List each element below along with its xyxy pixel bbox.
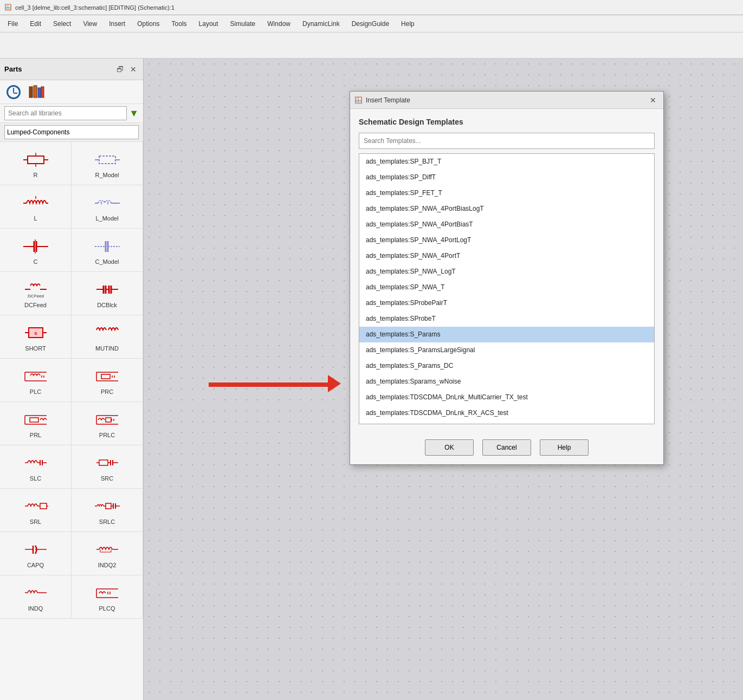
c-model-symbol bbox=[94, 236, 121, 257]
svg-rect-1 bbox=[34, 86, 37, 98]
help-button[interactable]: Help bbox=[540, 439, 589, 456]
template-item-5[interactable]: ads_templates:SP_NWA_4PortLogT bbox=[359, 232, 654, 248]
component-r-model[interactable]: R_Model bbox=[72, 142, 143, 185]
parts-close-btn[interactable]: ✕ bbox=[128, 64, 139, 75]
menu-bar: FileEditSelectViewInsertOptionsToolsLayo… bbox=[0, 15, 743, 33]
parts-history-btn[interactable] bbox=[4, 83, 23, 101]
template-item-3[interactable]: ads_templates:SP_NWA_4PortBiasLogT bbox=[359, 201, 654, 217]
template-item-14[interactable]: ads_templates:Sparams_wNoise bbox=[359, 374, 654, 390]
menu-item-tools[interactable]: Tools bbox=[166, 18, 192, 30]
component-short[interactable]: S SHORT bbox=[0, 315, 72, 359]
component-prlc[interactable]: PRLC bbox=[72, 402, 143, 445]
template-item-11[interactable]: ads_templates:S_Params bbox=[359, 327, 654, 342]
srlc-symbol bbox=[94, 496, 121, 517]
srlc-label: SRLC bbox=[99, 518, 115, 525]
menu-item-window[interactable]: Window bbox=[262, 18, 296, 30]
template-item-15[interactable]: ads_templates:TDSCDMA_DnLnk_MultiCarrier… bbox=[359, 390, 654, 405]
menu-item-view[interactable]: View bbox=[77, 18, 102, 30]
component-dcfeed[interactable]: DCFeed DCFeed bbox=[0, 272, 72, 315]
dcfeed-symbol: DCFeed bbox=[22, 279, 49, 301]
template-list[interactable]: ads_templates:SP_BJT_Tads_templates:SP_D… bbox=[359, 153, 655, 424]
dialog-title: Insert Template bbox=[366, 96, 410, 104]
component-dcblock[interactable]: DCBlck bbox=[72, 272, 143, 315]
library-dropdown[interactable]: Lumped-Components bbox=[4, 125, 139, 139]
component-plc[interactable]: PLC bbox=[0, 359, 72, 402]
template-item-6[interactable]: ads_templates:SP_NWA_4PortT bbox=[359, 248, 654, 264]
menu-item-layout[interactable]: Layout bbox=[193, 18, 224, 30]
component-srlc[interactable]: SRLC bbox=[72, 489, 143, 532]
indq-label: INDQ bbox=[28, 605, 43, 612]
component-prc[interactable]: PRC bbox=[72, 359, 143, 402]
template-item-12[interactable]: ads_templates:S_ParamsLargeSignal bbox=[359, 342, 654, 358]
component-l-model[interactable]: L_Model bbox=[72, 185, 143, 229]
clock-hand-hour bbox=[14, 93, 17, 94]
menu-item-help[interactable]: Help bbox=[396, 18, 420, 30]
menu-item-designguide[interactable]: DesignGuide bbox=[346, 18, 395, 30]
template-item-7[interactable]: ads_templates:SP_NWA_LogT bbox=[359, 264, 654, 280]
component-plcq[interactable]: PLCQ bbox=[72, 575, 143, 619]
template-item-8[interactable]: ads_templates:SP_NWA_T bbox=[359, 280, 654, 295]
srl-symbol bbox=[22, 496, 49, 517]
r-label: R bbox=[34, 172, 38, 178]
component-slc[interactable]: SLC bbox=[0, 445, 72, 489]
svg-rect-2 bbox=[38, 88, 41, 98]
svg-rect-80 bbox=[106, 503, 111, 509]
clock-hand-minute bbox=[13, 88, 14, 93]
template-item-9[interactable]: ads_templates:SProbePairT bbox=[359, 295, 654, 311]
component-c[interactable]: C bbox=[0, 229, 72, 272]
template-item-2[interactable]: ads_templates:SP_FET_T bbox=[359, 185, 654, 201]
template-item-16[interactable]: ads_templates:TDSCDMA_DnLnk_RX_ACS_test bbox=[359, 405, 654, 421]
library-selector: Lumped-Components bbox=[0, 123, 143, 142]
mutind-symbol bbox=[94, 322, 121, 344]
component-src[interactable]: SRC bbox=[72, 445, 143, 489]
cancel-button[interactable]: Cancel bbox=[482, 439, 531, 456]
srl-label: SRL bbox=[30, 518, 41, 525]
menu-item-options[interactable]: Options bbox=[132, 18, 165, 30]
component-r[interactable]: R bbox=[0, 142, 72, 185]
svg-rect-56 bbox=[30, 418, 38, 422]
plc-symbol bbox=[22, 366, 49, 387]
menu-item-select[interactable]: Select bbox=[48, 18, 76, 30]
template-item-13[interactable]: ads_templates:S_Params_DC bbox=[359, 358, 654, 374]
search-row: ▼ bbox=[0, 104, 143, 123]
component-capq[interactable]: CAPQ bbox=[0, 532, 72, 575]
app-icon: 🪟 bbox=[4, 4, 12, 11]
template-search-input[interactable] bbox=[359, 133, 655, 149]
template-item-1[interactable]: ads_templates:SP_DiffT bbox=[359, 170, 654, 185]
component-prl[interactable]: PRL bbox=[0, 402, 72, 445]
parts-restore-btn[interactable]: 🗗 bbox=[115, 64, 126, 75]
prl-symbol bbox=[22, 409, 49, 431]
component-srl[interactable]: SRL bbox=[0, 489, 72, 532]
schematic-canvas[interactable]: 🪟 Insert Template ✕ Schematic Design Tem… bbox=[144, 59, 743, 700]
menu-item-dynamiclink[interactable]: DynamicLink bbox=[297, 18, 345, 30]
template-item-0[interactable]: ads_templates:SP_BJT_T bbox=[359, 154, 654, 170]
component-c-model[interactable]: C_Model bbox=[72, 229, 143, 272]
ok-button[interactable]: OK bbox=[425, 439, 474, 456]
menu-item-insert[interactable]: Insert bbox=[104, 18, 131, 30]
dialog-close-btn[interactable]: ✕ bbox=[647, 94, 659, 106]
component-l[interactable]: L bbox=[0, 185, 72, 229]
search-input[interactable] bbox=[4, 106, 127, 120]
menu-item-file[interactable]: File bbox=[2, 18, 23, 30]
plc-label: PLC bbox=[30, 388, 41, 395]
component-indq2[interactable]: INDQ2 bbox=[72, 532, 143, 575]
template-item-4[interactable]: ads_templates:SP_NWA_4PortBiasT bbox=[359, 217, 654, 232]
mutind-label: MUTIND bbox=[95, 345, 119, 352]
menu-item-simulate[interactable]: Simulate bbox=[225, 18, 261, 30]
src-symbol bbox=[94, 452, 121, 474]
prc-symbol bbox=[94, 366, 121, 387]
menu-item-edit[interactable]: Edit bbox=[24, 18, 47, 30]
prc-label: PRC bbox=[101, 388, 113, 395]
component-mutind[interactable]: MUTIND bbox=[72, 315, 143, 359]
short-symbol: S bbox=[22, 322, 49, 344]
filter-icon[interactable]: ▼ bbox=[129, 108, 139, 119]
svg-rect-60 bbox=[106, 418, 111, 422]
template-item-10[interactable]: ads_templates:SProbeT bbox=[359, 311, 654, 327]
r-model-label: R_Model bbox=[95, 172, 119, 178]
component-indq[interactable]: INDQ bbox=[0, 575, 72, 619]
template-item-17[interactable]: ads_templates:TDSCDMA_DnLnk_TX_test bbox=[359, 421, 654, 424]
l-model-label: L_Model bbox=[95, 215, 118, 222]
dialog-icon: 🪟 bbox=[354, 96, 363, 104]
plcq-label: PLCQ bbox=[99, 605, 115, 612]
parts-library-btn[interactable] bbox=[27, 83, 46, 101]
